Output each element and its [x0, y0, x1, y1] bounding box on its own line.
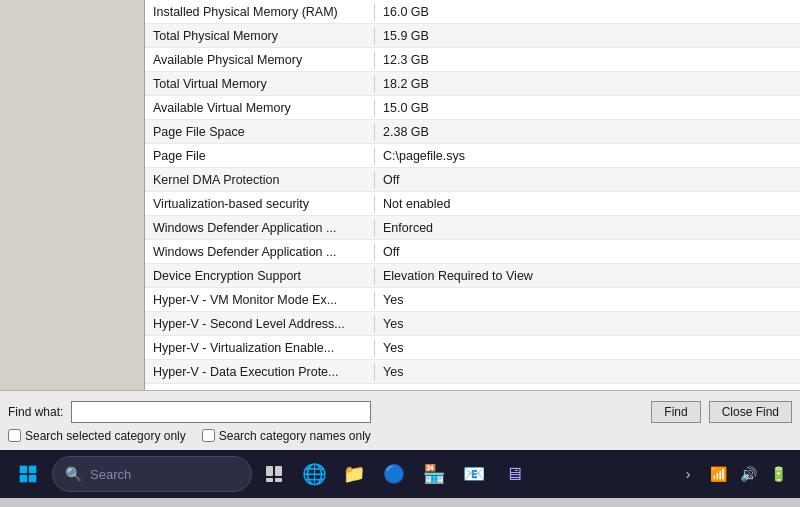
row-label: Available Virtual Memory: [145, 99, 375, 117]
app-button[interactable]: 🖥: [496, 456, 532, 492]
table-row: Total Physical Memory15.9 GB: [145, 24, 800, 48]
row-value: 16.0 GB: [375, 3, 437, 21]
svg-rect-3: [29, 475, 37, 483]
row-value: C:\pagefile.sys: [375, 147, 473, 165]
row-value: 12.3 GB: [375, 51, 437, 69]
table-row: Total Virtual Memory18.2 GB: [145, 72, 800, 96]
taskbar-right: › 📶 🔊 🔋: [674, 456, 792, 492]
taskbar-search[interactable]: 🔍 Search: [52, 456, 252, 492]
battery-icon[interactable]: 🔋: [764, 456, 792, 492]
task-view-button[interactable]: [256, 456, 292, 492]
info-table: Installed Physical Memory (RAM)16.0 GBTo…: [145, 0, 800, 390]
table-row: Hyper-V - Virtualization Enable...Yes: [145, 336, 800, 360]
row-value: Yes: [375, 339, 411, 357]
table-row: Windows Defender Application ...Enforced: [145, 216, 800, 240]
search-names-checkbox[interactable]: Search category names only: [202, 429, 371, 443]
table-row: Available Virtual Memory15.0 GB: [145, 96, 800, 120]
find-bar: Find what: Find Close Find Search select…: [0, 390, 800, 450]
row-label: Kernel DMA Protection: [145, 171, 375, 189]
close-find-button[interactable]: Close Find: [709, 401, 792, 423]
task-view-icon: [265, 465, 283, 483]
row-label: Installed Physical Memory (RAM): [145, 3, 375, 21]
table-row: Virtualization-based securityNot enabled: [145, 192, 800, 216]
table-row: Page File Space2.38 GB: [145, 120, 800, 144]
row-label: Virtualization-based security: [145, 195, 375, 213]
table-row: Page FileC:\pagefile.sys: [145, 144, 800, 168]
svg-rect-2: [20, 475, 28, 483]
network-icon[interactable]: 📶: [704, 456, 732, 492]
row-label: Hyper-V - Virtualization Enable...: [145, 339, 375, 357]
search-icon: 🔍: [65, 466, 82, 482]
svg-rect-5: [275, 466, 282, 476]
row-label: Total Physical Memory: [145, 27, 375, 45]
row-value: Yes: [375, 291, 411, 309]
windows-logo-icon: [18, 464, 38, 484]
row-label: Device Encryption Support: [145, 267, 375, 285]
row-value: 15.0 GB: [375, 99, 437, 117]
row-value: Off: [375, 243, 407, 261]
row-label: Hyper-V - VM Monitor Mode Ex...: [145, 291, 375, 309]
main-content: Installed Physical Memory (RAM)16.0 GBTo…: [0, 0, 800, 390]
row-value: Elevation Required to View: [375, 267, 541, 285]
table-row: Hyper-V - Data Execution Prote...Yes: [145, 360, 800, 384]
find-input[interactable]: [71, 401, 371, 423]
row-value: Not enabled: [375, 195, 458, 213]
svg-rect-6: [266, 478, 273, 482]
edge-button[interactable]: 🌐: [296, 456, 332, 492]
browser-button[interactable]: 🔵: [376, 456, 412, 492]
find-bar-top: Find what: Find Close Find: [0, 397, 800, 427]
row-value: Yes: [375, 315, 411, 333]
row-label: Windows Defender Application ...: [145, 219, 375, 237]
svg-rect-1: [29, 466, 37, 474]
row-value: Yes: [375, 363, 411, 381]
mail-button[interactable]: 📧: [456, 456, 492, 492]
search-label: Search: [90, 467, 131, 482]
search-names-label: Search category names only: [219, 429, 371, 443]
table-row: Windows Defender Application ...Off: [145, 240, 800, 264]
row-value: Enforced: [375, 219, 441, 237]
row-value: 18.2 GB: [375, 75, 437, 93]
row-value: Off: [375, 171, 407, 189]
search-names-input[interactable]: [202, 429, 215, 442]
row-label: Available Physical Memory: [145, 51, 375, 69]
start-button[interactable]: [8, 454, 48, 494]
search-category-input[interactable]: [8, 429, 21, 442]
search-category-label: Search selected category only: [25, 429, 186, 443]
row-label: Windows Defender Application ...: [145, 243, 375, 261]
taskbar: 🔍 Search 🌐 📁 🔵 🏪 📧 🖥 › 📶 �: [0, 450, 800, 498]
table-row: Installed Physical Memory (RAM)16.0 GB: [145, 0, 800, 24]
row-label: Hyper-V - Second Level Address...: [145, 315, 375, 333]
find-bar-bottom: Search selected category only Search cat…: [0, 427, 800, 445]
volume-icon[interactable]: 🔊: [734, 456, 762, 492]
chevron-icon[interactable]: ›: [674, 456, 702, 492]
svg-rect-7: [275, 478, 282, 482]
table-row: Device Encryption SupportElevation Requi…: [145, 264, 800, 288]
row-value: 15.9 GB: [375, 27, 437, 45]
find-button[interactable]: Find: [651, 401, 700, 423]
sys-tray: › 📶 🔊 🔋: [674, 456, 792, 492]
find-label: Find what:: [8, 405, 63, 419]
table-row: Kernel DMA ProtectionOff: [145, 168, 800, 192]
svg-rect-4: [266, 466, 273, 476]
table-row: Hyper-V - Second Level Address...Yes: [145, 312, 800, 336]
table-row: Available Physical Memory12.3 GB: [145, 48, 800, 72]
row-value: 2.38 GB: [375, 123, 437, 141]
store-button[interactable]: 🏪: [416, 456, 452, 492]
table-row: Hyper-V - VM Monitor Mode Ex...Yes: [145, 288, 800, 312]
search-category-checkbox[interactable]: Search selected category only: [8, 429, 186, 443]
row-label: Page File Space: [145, 123, 375, 141]
row-label: Hyper-V - Data Execution Prote...: [145, 363, 375, 381]
left-panel: [0, 0, 145, 390]
row-label: Total Virtual Memory: [145, 75, 375, 93]
row-label: Page File: [145, 147, 375, 165]
svg-rect-0: [20, 466, 28, 474]
file-explorer-button[interactable]: 📁: [336, 456, 372, 492]
